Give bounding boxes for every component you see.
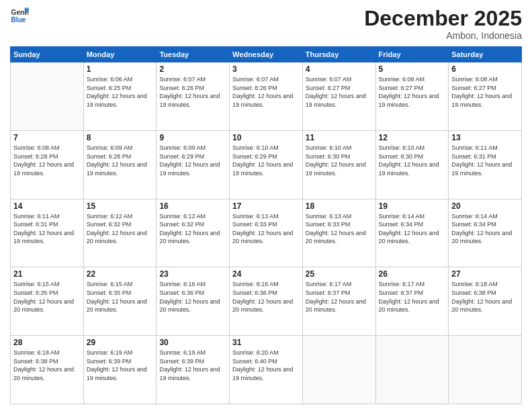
calendar-week-row: 14Sunrise: 6:11 AM Sunset: 6:31 PM Dayli… <box>11 199 522 267</box>
day-info: Sunrise: 6:07 AM Sunset: 6:27 PM Dayligh… <box>306 75 373 109</box>
table-row <box>375 336 449 404</box>
calendar-week-row: 28Sunrise: 6:18 AM Sunset: 6:38 PM Dayli… <box>11 336 522 404</box>
day-info: Sunrise: 6:20 AM Sunset: 6:40 PM Dayligh… <box>232 349 300 382</box>
day-info: Sunrise: 6:15 AM Sunset: 6:35 PM Dayligh… <box>87 280 154 314</box>
col-wednesday: Wednesday <box>230 47 303 62</box>
day-number: 31 <box>232 338 300 347</box>
logo: General Blue <box>10 7 29 26</box>
table-row: 20Sunrise: 6:14 AM Sunset: 6:34 PM Dayli… <box>449 199 522 267</box>
day-number: 18 <box>306 201 373 211</box>
calendar-week-row: 7Sunrise: 6:08 AM Sunset: 6:28 PM Daylig… <box>11 130 522 199</box>
day-number: 30 <box>159 338 226 347</box>
table-row: 5Sunrise: 6:08 AM Sunset: 6:27 PM Daylig… <box>375 62 449 131</box>
day-info: Sunrise: 6:18 AM Sunset: 6:38 PM Dayligh… <box>451 280 519 314</box>
location: Ambon, Indonesia <box>364 30 522 41</box>
day-number: 22 <box>87 269 154 279</box>
general-blue-icon: General Blue <box>10 7 29 26</box>
day-info: Sunrise: 6:08 AM Sunset: 6:27 PM Dayligh… <box>451 75 519 109</box>
day-info: Sunrise: 6:13 AM Sunset: 6:33 PM Dayligh… <box>306 212 373 246</box>
day-number: 25 <box>306 269 373 279</box>
day-number: 6 <box>451 64 519 74</box>
table-row: 29Sunrise: 6:19 AM Sunset: 6:39 PM Dayli… <box>83 336 157 404</box>
svg-text:Blue: Blue <box>11 16 26 24</box>
day-number: 3 <box>232 64 300 74</box>
day-info: Sunrise: 6:15 AM Sunset: 6:35 PM Dayligh… <box>13 280 81 314</box>
page: General Blue December 2025 Ambon, Indone… <box>0 0 532 411</box>
day-info: Sunrise: 6:07 AM Sunset: 6:26 PM Dayligh… <box>232 75 300 109</box>
table-row: 3Sunrise: 6:07 AM Sunset: 6:26 PM Daylig… <box>230 62 303 131</box>
table-row: 6Sunrise: 6:08 AM Sunset: 6:27 PM Daylig… <box>449 62 522 131</box>
table-row: 27Sunrise: 6:18 AM Sunset: 6:38 PM Dayli… <box>449 267 522 336</box>
table-row: 24Sunrise: 6:16 AM Sunset: 6:36 PM Dayli… <box>230 267 303 336</box>
table-row: 26Sunrise: 6:17 AM Sunset: 6:37 PM Dayli… <box>375 267 449 336</box>
day-number: 7 <box>13 133 81 142</box>
col-monday: Monday <box>83 47 157 62</box>
day-number: 27 <box>451 269 519 279</box>
calendar-header-row: Sunday Monday Tuesday Wednesday Thursday… <box>11 47 522 62</box>
day-number: 4 <box>306 64 373 74</box>
day-info: Sunrise: 6:17 AM Sunset: 6:37 PM Dayligh… <box>306 280 373 314</box>
table-row: 8Sunrise: 6:09 AM Sunset: 6:28 PM Daylig… <box>83 130 157 199</box>
day-info: Sunrise: 6:10 AM Sunset: 6:29 PM Dayligh… <box>232 144 300 177</box>
day-number: 2 <box>159 64 226 74</box>
day-info: Sunrise: 6:12 AM Sunset: 6:32 PM Dayligh… <box>159 212 226 246</box>
table-row: 7Sunrise: 6:08 AM Sunset: 6:28 PM Daylig… <box>11 130 84 199</box>
day-number: 14 <box>13 201 81 211</box>
day-number: 11 <box>306 133 373 142</box>
day-info: Sunrise: 6:08 AM Sunset: 6:27 PM Dayligh… <box>379 75 446 109</box>
day-info: Sunrise: 6:07 AM Sunset: 6:26 PM Dayligh… <box>159 75 226 109</box>
month-year: December 2025 <box>364 7 522 30</box>
day-number: 15 <box>87 201 154 211</box>
title-block: December 2025 Ambon, Indonesia <box>364 7 522 41</box>
table-row <box>302 336 375 404</box>
day-number: 12 <box>379 133 446 142</box>
calendar-table: Sunday Monday Tuesday Wednesday Thursday… <box>10 46 522 404</box>
table-row: 21Sunrise: 6:15 AM Sunset: 6:35 PM Dayli… <box>11 267 84 336</box>
day-number: 10 <box>232 133 300 142</box>
day-number: 19 <box>379 201 446 211</box>
day-info: Sunrise: 6:11 AM Sunset: 6:31 PM Dayligh… <box>451 144 519 177</box>
day-info: Sunrise: 6:17 AM Sunset: 6:37 PM Dayligh… <box>379 280 446 314</box>
day-number: 24 <box>232 269 300 279</box>
col-thursday: Thursday <box>302 47 375 62</box>
col-friday: Friday <box>375 47 449 62</box>
day-number: 16 <box>159 201 226 211</box>
day-info: Sunrise: 6:10 AM Sunset: 6:30 PM Dayligh… <box>379 144 446 177</box>
day-info: Sunrise: 6:12 AM Sunset: 6:32 PM Dayligh… <box>87 212 154 246</box>
table-row: 1Sunrise: 6:06 AM Sunset: 6:25 PM Daylig… <box>83 62 157 131</box>
table-row: 31Sunrise: 6:20 AM Sunset: 6:40 PM Dayli… <box>230 336 303 404</box>
day-number: 9 <box>159 133 226 142</box>
col-tuesday: Tuesday <box>157 47 230 62</box>
day-info: Sunrise: 6:19 AM Sunset: 6:39 PM Dayligh… <box>159 349 226 382</box>
day-number: 5 <box>379 64 446 74</box>
day-info: Sunrise: 6:08 AM Sunset: 6:28 PM Dayligh… <box>13 144 81 177</box>
table-row: 17Sunrise: 6:13 AM Sunset: 6:33 PM Dayli… <box>230 199 303 267</box>
table-row <box>449 336 522 404</box>
table-row: 30Sunrise: 6:19 AM Sunset: 6:39 PM Dayli… <box>157 336 230 404</box>
day-number: 29 <box>87 338 154 347</box>
day-number: 17 <box>232 201 300 211</box>
table-row: 19Sunrise: 6:14 AM Sunset: 6:34 PM Dayli… <box>375 199 449 267</box>
table-row: 28Sunrise: 6:18 AM Sunset: 6:38 PM Dayli… <box>11 336 84 404</box>
day-info: Sunrise: 6:11 AM Sunset: 6:31 PM Dayligh… <box>13 212 81 246</box>
col-saturday: Saturday <box>449 47 522 62</box>
header: General Blue December 2025 Ambon, Indone… <box>10 7 522 41</box>
day-number: 13 <box>451 133 519 142</box>
day-info: Sunrise: 6:14 AM Sunset: 6:34 PM Dayligh… <box>451 212 519 246</box>
day-info: Sunrise: 6:16 AM Sunset: 6:36 PM Dayligh… <box>159 280 226 314</box>
day-info: Sunrise: 6:13 AM Sunset: 6:33 PM Dayligh… <box>232 212 300 246</box>
table-row: 14Sunrise: 6:11 AM Sunset: 6:31 PM Dayli… <box>11 199 84 267</box>
day-info: Sunrise: 6:09 AM Sunset: 6:29 PM Dayligh… <box>159 144 226 177</box>
day-number: 8 <box>87 133 154 142</box>
day-info: Sunrise: 6:10 AM Sunset: 6:30 PM Dayligh… <box>306 144 373 177</box>
day-number: 26 <box>379 269 446 279</box>
day-info: Sunrise: 6:16 AM Sunset: 6:36 PM Dayligh… <box>232 280 300 314</box>
calendar-week-row: 1Sunrise: 6:06 AM Sunset: 6:25 PM Daylig… <box>11 62 522 131</box>
table-row: 2Sunrise: 6:07 AM Sunset: 6:26 PM Daylig… <box>157 62 230 131</box>
table-row: 22Sunrise: 6:15 AM Sunset: 6:35 PM Dayli… <box>83 267 157 336</box>
col-sunday: Sunday <box>11 47 84 62</box>
day-number: 1 <box>87 64 154 74</box>
table-row: 12Sunrise: 6:10 AM Sunset: 6:30 PM Dayli… <box>375 130 449 199</box>
day-info: Sunrise: 6:09 AM Sunset: 6:28 PM Dayligh… <box>87 144 154 177</box>
day-info: Sunrise: 6:18 AM Sunset: 6:38 PM Dayligh… <box>13 349 81 382</box>
